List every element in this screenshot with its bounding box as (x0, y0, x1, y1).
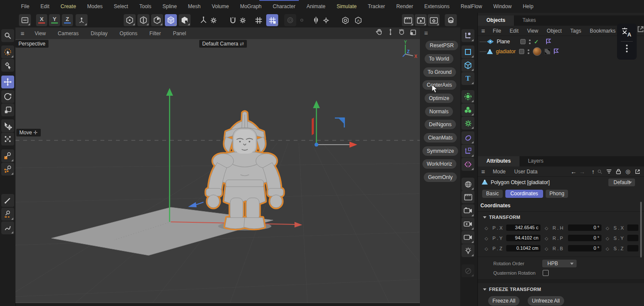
symmetry-icon[interactable] (310, 14, 322, 26)
null-axis-icon[interactable] (462, 29, 474, 42)
menu-spline[interactable]: Spline (157, 3, 182, 9)
rotate-tool-icon[interactable] (1, 90, 14, 103)
camera-swap-icon[interactable]: ⇄ (240, 41, 244, 47)
spline-draw-icon[interactable] (1, 221, 14, 234)
snap-magnet-icon[interactable] (227, 14, 239, 26)
cluster-generator-icon[interactable] (462, 103, 474, 116)
cmd-resetpsr[interactable]: ResetPSR (425, 41, 458, 50)
external-link-icon[interactable] (637, 26, 644, 33)
rb-key-icon[interactable]: ◇ (545, 246, 548, 251)
cmd-cleanmats[interactable]: CleanMats (424, 133, 457, 142)
light-icon[interactable] (462, 244, 474, 257)
menu-simulate[interactable]: Simulate (331, 3, 362, 9)
menu-extensions[interactable]: Extensions (419, 3, 455, 9)
unfreeze-all-button[interactable]: Unfreeze All (528, 296, 564, 306)
material-thumbnail[interactable] (533, 47, 541, 56)
vp-menu-cameras[interactable]: Cameras (52, 30, 85, 36)
generator-gear-icon[interactable] (462, 117, 474, 130)
vp-menu-filter[interactable]: Filter (143, 30, 167, 36)
rp-input[interactable]: 0 ° (568, 235, 601, 241)
texture-mode-icon[interactable] (179, 14, 191, 26)
tab-takes[interactable]: Takes (514, 15, 544, 26)
globe-icon[interactable] (462, 178, 474, 191)
view-label[interactable]: Perspective (15, 40, 49, 48)
cmd-workhoriz[interactable]: Work/Horiz (422, 159, 456, 169)
attributes-burger-icon[interactable]: ≡ (478, 168, 489, 175)
sx-input[interactable] (627, 224, 638, 231)
vp-menu-options[interactable]: Options (114, 30, 143, 36)
render-queue-icon[interactable] (415, 14, 427, 26)
pan-hand-icon[interactable] (376, 28, 383, 36)
viewport[interactable]: ≡ View Cameras Display Options Filter Pa… (15, 27, 420, 303)
target-icon[interactable]: ◎ (626, 168, 630, 175)
plane-layer-chip[interactable] (520, 39, 526, 44)
section-tab-coordinates[interactable]: Coordinates (505, 190, 543, 198)
text-primitive-icon[interactable]: T (462, 72, 474, 85)
camera-play-icon[interactable] (462, 218, 474, 230)
tab-objects[interactable]: Objects (478, 15, 514, 26)
render-settings-icon[interactable] (428, 14, 440, 26)
menu-mograph[interactable]: MoGraph (234, 3, 267, 9)
rb-input[interactable]: 0 ° (568, 245, 601, 251)
menu-modes[interactable]: Modes (82, 3, 108, 9)
translate-icon[interactable]: A (621, 27, 632, 37)
om-view[interactable]: View (523, 28, 543, 34)
menu-window[interactable]: Window (488, 3, 517, 9)
y-axis-lock-button[interactable]: Y (49, 14, 60, 26)
stage-film-icon[interactable] (462, 191, 474, 203)
cmd-toworld[interactable]: To World (425, 54, 453, 64)
om-object[interactable]: Object (543, 28, 566, 34)
object-name-plane[interactable]: Plane (497, 39, 510, 45)
cmd-delngons[interactable]: DelNgons (425, 120, 456, 129)
back-arrow-icon[interactable]: ← (571, 168, 577, 175)
tweak-gear-icon[interactable] (1, 59, 14, 72)
gladiator-visibility-dots[interactable] (528, 49, 529, 54)
points-mode-icon[interactable] (124, 14, 136, 26)
rotation-order-dropdown[interactable]: HPB (542, 260, 577, 267)
subdivision-surface-icon[interactable] (462, 90, 474, 103)
pz-input[interactable]: 0.1042 cm (506, 245, 541, 251)
instance-axis-icon[interactable] (462, 145, 474, 158)
popout-icon[interactable] (635, 169, 640, 174)
live-selection-icon[interactable] (1, 45, 14, 58)
plane-phong-tag-icon[interactable] (546, 39, 551, 45)
attr-search-icon[interactable] (597, 169, 602, 174)
tab-layers[interactable]: Layers (519, 156, 552, 167)
cmd-optimize[interactable]: Optimize (425, 94, 453, 103)
menu-mesh[interactable]: Mesh (182, 3, 206, 9)
rh-key-icon[interactable]: ◇ (545, 226, 548, 230)
sy-key-icon[interactable]: ◇ (606, 236, 609, 241)
auto-a-icon[interactable]: A (352, 14, 364, 26)
attributes-scrollbar[interactable] (640, 202, 642, 258)
scene-canvas[interactable] (15, 39, 420, 303)
uvw-tag-icon[interactable] (544, 48, 550, 55)
camera-label[interactable]: Default Camera ⇄ (199, 40, 247, 48)
om-file[interactable]: File (489, 28, 505, 34)
up-arrow-icon[interactable]: ↑ (592, 168, 595, 175)
rh-input[interactable]: 0 ° (568, 224, 601, 231)
gladiator-layer-chip[interactable] (519, 49, 524, 54)
menu-volume[interactable]: Volume (206, 3, 234, 9)
viewport-burger-icon[interactable]: ≡ (15, 30, 29, 37)
orbit-icon[interactable] (398, 28, 405, 36)
cube-primitive-icon[interactable] (462, 59, 474, 72)
move-tool-icon[interactable] (1, 76, 14, 88)
menu-file[interactable]: File (15, 3, 35, 9)
cursor-move-icon[interactable] (1, 119, 14, 132)
menu-realflow[interactable]: RealFlow (455, 3, 488, 9)
section-tab-phong[interactable]: Phong (546, 190, 568, 198)
axis-tool-icon[interactable] (197, 14, 210, 26)
dolly-icon[interactable] (387, 28, 394, 36)
knife-icon[interactable] (1, 194, 14, 207)
px-key-icon[interactable]: ◇ (485, 226, 488, 230)
scale-tool-icon[interactable] (1, 103, 14, 116)
quaternion-checkbox[interactable] (543, 270, 549, 276)
section-tab-basic[interactable]: Basic (482, 190, 503, 198)
om-bookmarks[interactable]: Bookmarks (586, 28, 620, 34)
polygon-object-icon[interactable] (486, 48, 493, 55)
cmd-toground[interactable]: To Ground (423, 67, 456, 77)
axis-orientation-gizmo[interactable]: Y Z X (398, 39, 418, 59)
menu-create[interactable]: Create (55, 3, 82, 9)
render-view-icon[interactable] (402, 14, 414, 26)
vp-menu-display[interactable]: Display (85, 30, 113, 36)
